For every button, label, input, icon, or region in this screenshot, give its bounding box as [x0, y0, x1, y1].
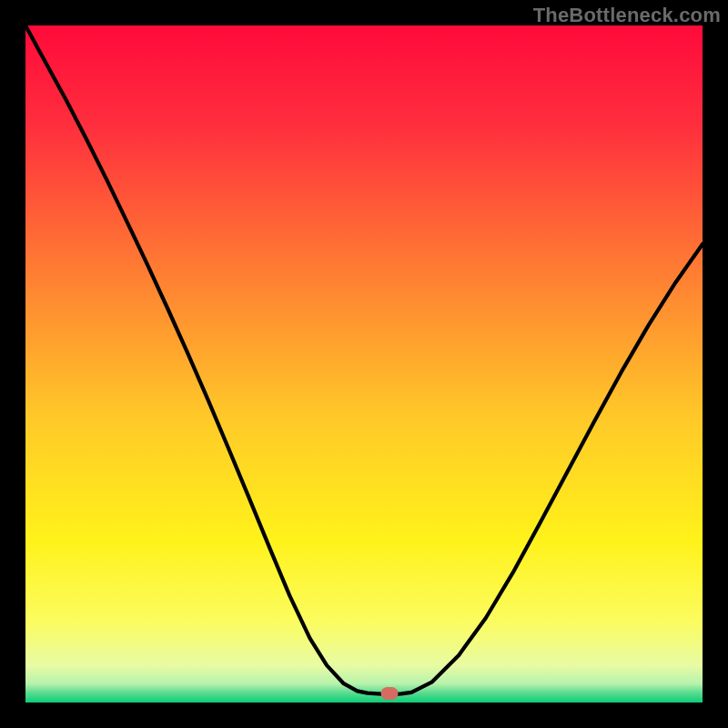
optimum-marker	[381, 687, 399, 700]
watermark-text: TheBottleneck.com	[533, 4, 721, 27]
bottleneck-curve	[25, 25, 703, 703]
chart-frame: TheBottleneck.com	[0, 0, 728, 728]
curve-path	[25, 25, 703, 694]
plot-area	[25, 25, 703, 703]
